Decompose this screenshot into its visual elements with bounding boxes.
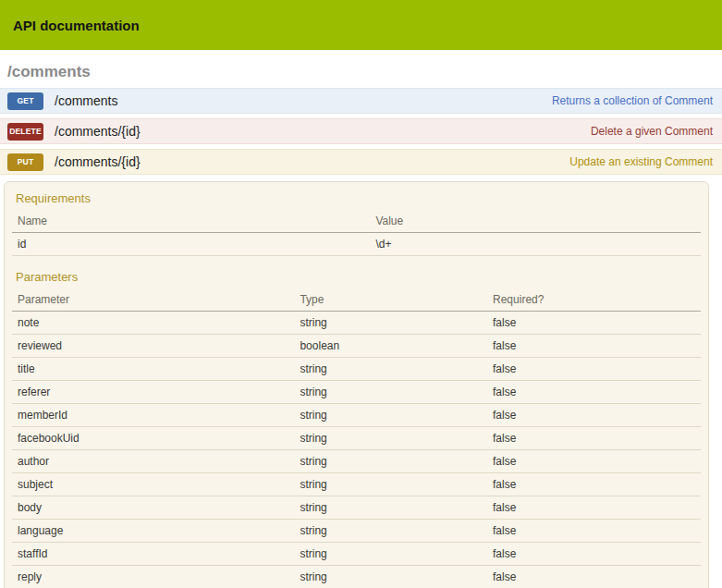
main-content: /comments GET/commentsReturns a collecti… — [0, 63, 722, 588]
endpoint-detail-panel: Requirements NameValue id\d+ Parameters … — [4, 181, 709, 588]
requirement-value-cell: \d+ — [370, 233, 701, 256]
parameter-row: facebookUidstringfalse — [12, 427, 701, 450]
parameter-required-cell: false — [487, 520, 701, 543]
parameter-type-cell: boolean — [294, 335, 487, 358]
parameter-name-cell: body — [12, 496, 294, 520]
parameter-type-cell: string — [294, 520, 487, 543]
parameter-type-cell: string — [294, 566, 487, 588]
parameters-column-header: Required? — [487, 288, 701, 312]
http-method-badge: PUT — [7, 153, 43, 171]
parameter-type-cell: string — [294, 404, 487, 427]
parameter-row: refererstringfalse — [12, 381, 701, 404]
parameter-name-cell: staffId — [12, 543, 294, 566]
parameter-name-cell: reply — [12, 566, 294, 588]
parameters-column-header: Type — [294, 288, 487, 312]
requirements-column-header: Value — [370, 210, 701, 233]
parameter-row: authorstringfalse — [12, 450, 701, 473]
parameter-type-cell: string — [294, 358, 487, 381]
parameter-row: languagestringfalse — [12, 520, 701, 543]
parameter-name-cell: language — [12, 520, 294, 543]
requirements-row: id\d+ — [12, 233, 701, 256]
parameter-type-cell: string — [294, 543, 487, 566]
parameter-name-cell: referer — [12, 381, 294, 404]
app-header: API documentation — [0, 0, 722, 50]
requirements-column-header: Name — [12, 210, 370, 233]
parameters-column-header: Parameter — [12, 288, 294, 312]
section-title: /comments — [7, 63, 722, 81]
parameter-name-cell: title — [12, 358, 294, 381]
requirement-name-cell: id — [12, 233, 370, 256]
parameter-row: memberIdstringfalse — [12, 404, 701, 427]
parameter-name-cell: reviewed — [12, 335, 294, 358]
page-title: API documentation — [13, 18, 140, 33]
parameter-required-cell: false — [487, 427, 701, 450]
http-method-badge: DELETE — [7, 123, 43, 141]
parameter-name-cell: note — [12, 312, 294, 335]
endpoint-row-put[interactable]: PUT/comments/{id}Update an existing Comm… — [0, 149, 722, 175]
parameter-required-cell: false — [487, 358, 701, 381]
endpoint-row-get[interactable]: GET/commentsReturns a collection of Comm… — [0, 88, 722, 114]
parameter-required-cell: false — [487, 381, 701, 404]
parameter-name-cell: facebookUid — [12, 427, 294, 450]
parameter-required-cell: false — [487, 473, 701, 496]
parameters-header-row: ParameterTypeRequired? — [12, 288, 701, 312]
parameters-heading: Parameters — [16, 270, 701, 284]
endpoint-path: /comments — [55, 93, 552, 108]
page: API documentation /comments GET/comments… — [0, 0, 722, 588]
endpoint-path: /comments/{id} — [55, 124, 591, 139]
parameter-row: notestringfalse — [12, 312, 701, 335]
parameter-row: staffIdstringfalse — [12, 543, 701, 566]
parameter-type-cell: string — [294, 473, 487, 496]
parameter-type-cell: string — [294, 381, 487, 404]
parameter-name-cell: subject — [12, 473, 294, 496]
endpoint-list: GET/commentsReturns a collection of Comm… — [0, 88, 722, 175]
parameter-name-cell: author — [12, 450, 294, 473]
endpoint-description-link[interactable]: Delete a given Comment — [591, 125, 713, 138]
parameter-required-cell: false — [487, 404, 701, 427]
parameter-required-cell: false — [487, 335, 701, 358]
parameter-required-cell: false — [487, 496, 701, 520]
parameter-row: titlestringfalse — [12, 358, 701, 381]
parameter-required-cell: false — [487, 312, 701, 335]
parameter-name-cell: memberId — [12, 404, 294, 427]
endpoint-description-link[interactable]: Returns a collection of Comment — [552, 94, 713, 107]
requirements-table: NameValue id\d+ — [12, 210, 701, 256]
parameter-type-cell: string — [294, 450, 487, 473]
endpoint-path: /comments/{id} — [55, 154, 569, 169]
parameter-type-cell: string — [294, 496, 487, 520]
parameter-row: reviewedbooleanfalse — [12, 335, 701, 358]
requirements-header-row: NameValue — [12, 210, 701, 233]
requirements-heading: Requirements — [16, 191, 701, 205]
parameter-required-cell: false — [487, 543, 701, 566]
endpoint-description-link[interactable]: Update an existing Comment — [569, 155, 713, 168]
parameter-type-cell: string — [294, 312, 487, 335]
parameter-row: subjectstringfalse — [12, 473, 701, 496]
endpoint-row-delete[interactable]: DELETE/comments/{id}Delete a given Comme… — [0, 118, 722, 144]
parameter-required-cell: false — [487, 566, 701, 588]
parameter-row: bodystringfalse — [12, 496, 701, 520]
parameter-type-cell: string — [294, 427, 487, 450]
parameter-row: replystringfalse — [12, 566, 701, 588]
parameters-table: ParameterTypeRequired? notestringfalsere… — [12, 288, 701, 588]
parameter-required-cell: false — [487, 450, 701, 473]
http-method-badge: GET — [7, 92, 43, 110]
